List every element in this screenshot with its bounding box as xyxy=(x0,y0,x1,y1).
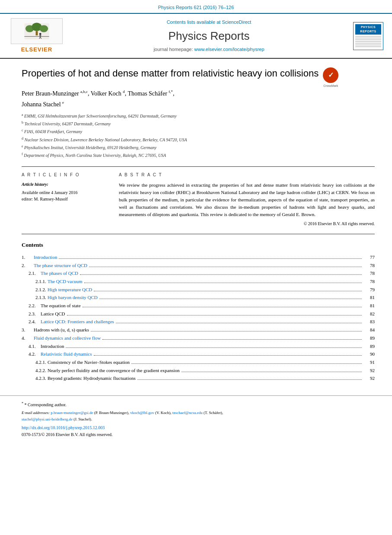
available-online-value: Available online 4 January 2016 xyxy=(22,189,106,196)
toc-label[interactable]: The phases of QCD xyxy=(41,269,78,277)
toc-label[interactable]: High temperature QCD xyxy=(48,286,92,294)
toc-label[interactable]: The QCD vacuum xyxy=(48,277,83,286)
toc-page-number: 78 xyxy=(363,277,375,286)
toc-label[interactable]: Nearly perfect fluidity and the converge… xyxy=(48,366,180,375)
corresponding-author-note: * * Corresponding author. xyxy=(22,401,375,408)
toc-row: 4.2.2.Nearly perfect fluidity and the co… xyxy=(22,366,375,375)
sciencedirect-text: Contents lists available at ScienceDirec… xyxy=(73,19,344,25)
authors-line: Peter Braun-Munzinger a,b,c, Volker Koch… xyxy=(22,88,375,110)
journal-homepage: journal homepage: www.elsevier.com/locat… xyxy=(73,46,344,53)
email-j-stachel[interactable]: stachel@physi.uni-heidelberg.de xyxy=(22,417,73,421)
title-row: Properties of hot and dense matter from … xyxy=(22,67,375,88)
toc-page-number: 81 xyxy=(363,293,375,302)
crossmark-label: CrossMark xyxy=(323,84,338,88)
toc-row: 1.Introduction77 xyxy=(22,253,375,261)
toc-label[interactable]: Hadrons with (u, d, s) quarks xyxy=(34,326,89,334)
editor-value: editor: M. Ramsey-Musolf xyxy=(22,196,106,202)
email-addresses-line: E-mail addresses: p.braun-munzinger@gsi.… xyxy=(22,410,375,422)
toc-dots xyxy=(84,283,362,283)
toc-label[interactable]: The equation of state xyxy=(41,302,81,310)
publisher-banner: ELSEVIER Contents lists available at Sci… xyxy=(0,14,392,59)
toc-label[interactable]: Fluid dynamics and collective flow xyxy=(34,334,101,342)
main-content: Properties of hot and dense matter from … xyxy=(0,59,392,391)
article-history-label: Article history: xyxy=(22,182,106,188)
toc-label[interactable]: Consistency of the Navier–Stokes equatio… xyxy=(48,358,130,366)
contents-section: Contents 1.Introduction772.The phase str… xyxy=(22,241,375,382)
toc-number: 4.2. xyxy=(22,350,41,358)
toc-dots xyxy=(89,267,362,267)
sciencedirect-link[interactable]: ScienceDirect xyxy=(222,19,251,25)
toc-label[interactable]: Introduction xyxy=(41,342,64,350)
journal-title-block: Contents lists available at ScienceDirec… xyxy=(73,19,344,53)
toc-number: 2.1.2. xyxy=(22,286,48,294)
toc-label[interactable]: Lattice QCD: Frontiers and challenges xyxy=(41,318,114,326)
toc-number: 4.2.1. xyxy=(22,358,48,366)
toc-number: 2.4. xyxy=(22,318,41,326)
article-info-header: A R T I C L E I N F O xyxy=(22,172,106,178)
toc-page-number: 89 xyxy=(363,342,375,350)
toc-label[interactable]: The phase structure of QCD xyxy=(34,261,87,270)
toc-page-number: 81 xyxy=(363,302,375,310)
paper-title: Properties of hot and dense matter from … xyxy=(22,67,319,80)
physics-reports-badge: PHYSICS REPORTS xyxy=(353,22,383,50)
email-t-schaefer[interactable]: tnschaef@ncsu.edu xyxy=(172,411,203,415)
abstract-header: A B S T R A C T xyxy=(119,172,375,178)
toc-label[interactable]: Introduction xyxy=(34,253,57,261)
toc-number: 4. xyxy=(22,334,34,342)
toc-row: 4.2.1.Consistency of the Navier–Stokes e… xyxy=(22,358,375,366)
elsevier-brand-text: ELSEVIER xyxy=(21,46,52,54)
toc-row: 4.1.Introduction89 xyxy=(22,342,375,350)
toc-row: 4.Fluid dynamics and collective flow89 xyxy=(22,334,375,342)
elsevier-logo: ELSEVIER xyxy=(9,18,65,54)
toc-page-number: 90 xyxy=(363,350,375,358)
toc-dots xyxy=(99,299,362,299)
toc-row: 4.2.3.Beyond gradients: Hydrodynamic flu… xyxy=(22,374,375,382)
email-p-braun[interactable]: p.braun-munzinger@gsi.de xyxy=(51,411,93,415)
toc-page-number: 78 xyxy=(363,269,375,277)
toc-dots xyxy=(94,291,362,291)
toc-dots xyxy=(137,379,362,380)
toc-row: 2.The phase structure of QCD78 xyxy=(22,261,375,270)
toc-row: 2.3.Lattice QCD82 xyxy=(22,310,375,318)
toc-page-number: 84 xyxy=(363,326,375,334)
svg-point-6 xyxy=(39,33,41,35)
journal-reference: Physics Reports 621 (2016) 76–126 xyxy=(158,5,234,10)
contents-title: Contents xyxy=(22,241,375,249)
toc-row: 2.1.1.The QCD vacuum78 xyxy=(22,277,375,286)
toc-label[interactable]: Beyond gradients: Hydrodynamic fluctuati… xyxy=(48,374,136,382)
doi-line[interactable]: http://dx.doi.org/10.1016/j.physrep.2015… xyxy=(22,425,375,431)
toc-row: 2.4.Lattice QCD: Frontiers and challenge… xyxy=(22,318,375,326)
email-v-koch[interactable]: vkoch@lbl.gov xyxy=(130,411,154,415)
toc-label[interactable]: Relativistic fluid dynamics xyxy=(41,350,92,358)
toc-page-number: 92 xyxy=(363,366,375,375)
toc-number: 2.1. xyxy=(22,269,41,277)
toc-dots xyxy=(182,372,362,372)
toc-label[interactable]: High baryon density QCD xyxy=(48,293,98,302)
toc-dots xyxy=(91,331,362,331)
homepage-url[interactable]: www.elsevier.com/locate/physrep xyxy=(194,47,265,52)
toc-number: 4.2.2. xyxy=(22,366,48,375)
affiliations-block: a EMMI, GSI Helmholtzzentrum fuer Schwer… xyxy=(22,112,375,159)
elsevier-tree-svg xyxy=(19,22,54,41)
crossmark-icon: ✓ xyxy=(323,67,338,83)
page-footer: * * Corresponding author. E-mail address… xyxy=(0,395,392,443)
toc-number: 3. xyxy=(22,326,34,334)
toc-label[interactable]: Lattice QCD xyxy=(41,310,65,318)
divider-1 xyxy=(22,166,375,167)
badge-lines xyxy=(355,36,381,47)
toc-number: 1. xyxy=(22,253,34,261)
toc-number: 4.1. xyxy=(22,342,41,350)
toc-row: 2.1.2.High temperature QCD79 xyxy=(22,286,375,294)
toc-dots xyxy=(66,347,362,348)
toc-dots xyxy=(59,258,362,259)
svg-point-3 xyxy=(40,25,48,32)
crossmark-container[interactable]: ✓ CrossMark xyxy=(323,67,338,88)
toc-row: 2.2.The equation of state81 xyxy=(22,302,375,310)
toc-number: 2. xyxy=(22,261,34,270)
toc-number: 2.1.1. xyxy=(22,277,48,286)
toc-row: 3.Hadrons with (u, d, s) quarks84 xyxy=(22,326,375,334)
toc-page-number: 89 xyxy=(363,334,375,342)
toc-number: 2.1.3. xyxy=(22,293,48,302)
abstract-column: A B S T R A C T We review the progress a… xyxy=(119,172,375,227)
badge-title-text: PHYSICS REPORTS xyxy=(355,24,381,35)
